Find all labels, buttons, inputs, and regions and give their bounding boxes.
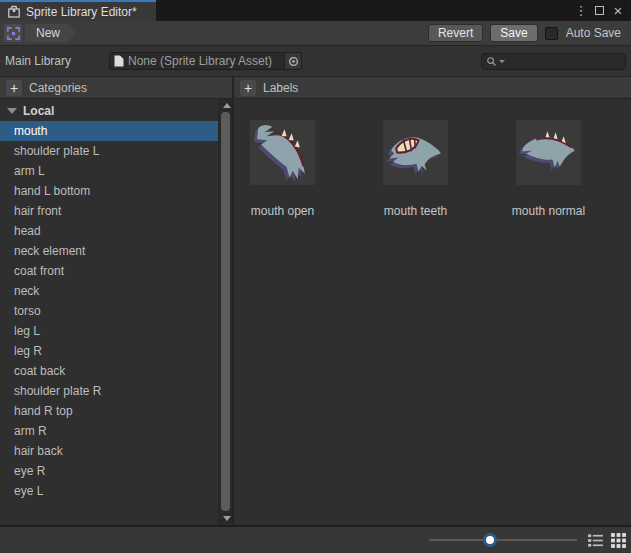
category-row[interactable]: hair back xyxy=(0,441,218,461)
scroll-up-icon[interactable] xyxy=(223,103,231,108)
category-row[interactable]: arm L xyxy=(0,161,218,181)
save-button[interactable]: Save xyxy=(490,24,537,42)
label-item[interactable]: mouth teeth xyxy=(383,120,448,218)
foldout-label: Local xyxy=(23,104,54,118)
bottom-bar xyxy=(0,525,631,553)
object-picker-icon xyxy=(288,56,299,67)
object-picker-button[interactable] xyxy=(284,53,301,69)
category-row[interactable]: arm R xyxy=(0,421,218,441)
grid-view-icon[interactable] xyxy=(610,532,627,549)
label-item[interactable]: mouth normal xyxy=(516,120,581,218)
add-label-button[interactable]: + xyxy=(240,80,256,96)
tab-sprite-library-editor[interactable]: Sprite Library Editor* xyxy=(0,0,156,21)
category-row[interactable]: leg L xyxy=(0,321,218,341)
scroll-down-icon[interactable] xyxy=(223,516,231,521)
categories-list: Local mouth shoulder plate L arm L hand … xyxy=(0,99,218,501)
sprite-thumbnail[interactable] xyxy=(383,120,448,185)
foldout-local[interactable]: Local xyxy=(0,101,218,121)
category-row[interactable]: hand R top xyxy=(0,401,218,421)
category-row[interactable]: head xyxy=(0,221,218,241)
mouth-normal-sprite-image xyxy=(516,120,581,185)
window-controls: ⋮ × xyxy=(574,0,631,21)
toolbar: New Revert Save Auto Save xyxy=(0,21,631,46)
label-grid: mouth open mouth teeth xyxy=(250,120,631,218)
categories-header: + Categories xyxy=(0,77,234,98)
document-icon xyxy=(114,55,124,67)
close-icon[interactable]: × xyxy=(611,4,625,18)
category-row[interactable]: leg R xyxy=(0,341,218,361)
category-row[interactable]: hand L bottom xyxy=(0,181,218,201)
panel-headers: + Categories + Labels xyxy=(0,77,631,99)
add-category-button[interactable]: + xyxy=(6,80,22,96)
categories-panel: Local mouth shoulder plate L arm L hand … xyxy=(0,99,234,525)
category-row[interactable]: coat back xyxy=(0,361,218,381)
labels-header: + Labels xyxy=(234,77,304,98)
foldout-arrow-icon xyxy=(7,108,17,114)
sprite-thumbnail[interactable] xyxy=(516,120,581,185)
category-row[interactable]: neck xyxy=(0,281,218,301)
sprite-library-editor-window: Sprite Library Editor* ⋮ × New Revert Sa… xyxy=(0,0,631,553)
breadcrumb-label: New xyxy=(36,26,60,40)
main-library-label: Main Library xyxy=(5,54,109,68)
mouth-teeth-sprite-image xyxy=(383,120,448,185)
main-library-object-field[interactable]: None (Sprite Library Asset) xyxy=(109,52,302,70)
search-input[interactable] xyxy=(507,55,621,67)
list-view-icon[interactable] xyxy=(587,532,604,549)
categories-header-label: Categories xyxy=(29,81,87,95)
categories-scrollbar[interactable] xyxy=(218,99,232,525)
category-row[interactable]: mouth xyxy=(0,121,218,141)
view-mode-toggle xyxy=(587,532,627,549)
breadcrumb-new[interactable]: New xyxy=(25,24,76,43)
category-row[interactable]: torso xyxy=(0,301,218,321)
revert-button[interactable]: Revert xyxy=(428,24,483,42)
sprite-library-asset-icon xyxy=(4,24,22,42)
category-row[interactable]: eye L xyxy=(0,481,218,501)
label-name: mouth normal xyxy=(512,204,585,218)
maximize-icon[interactable] xyxy=(595,6,604,15)
category-row[interactable]: eye R xyxy=(0,461,218,481)
labels-header-label: Labels xyxy=(263,81,298,95)
label-item[interactable]: mouth open xyxy=(250,120,315,218)
thumbnail-size-slider[interactable] xyxy=(429,533,577,547)
category-row[interactable]: shoulder plate R xyxy=(0,381,218,401)
category-row[interactable]: neck element xyxy=(0,241,218,261)
window-title: Sprite Library Editor* xyxy=(26,5,137,19)
slider-track[interactable] xyxy=(429,539,577,541)
scrollbar-thumb[interactable] xyxy=(221,112,230,511)
search-filter-caret-icon[interactable] xyxy=(499,60,505,63)
auto-save-label: Auto Save xyxy=(566,26,621,40)
category-row[interactable]: coat front xyxy=(0,261,218,281)
label-name: mouth open xyxy=(251,204,314,218)
main-library-row: Main Library None (Sprite Library Asset) xyxy=(0,46,631,77)
search-field[interactable] xyxy=(481,53,626,70)
category-row[interactable]: hair front xyxy=(0,201,218,221)
content-area: Local mouth shoulder plate L arm L hand … xyxy=(0,99,631,525)
category-row[interactable]: shoulder plate L xyxy=(0,141,218,161)
auto-save-checkbox[interactable] xyxy=(545,27,558,40)
title-bar: Sprite Library Editor* ⋮ × xyxy=(0,0,631,21)
slider-thumb[interactable] xyxy=(483,533,497,547)
sprite-thumbnail[interactable] xyxy=(250,120,315,185)
search-icon xyxy=(486,56,497,67)
labels-panel: mouth open mouth teeth xyxy=(234,99,631,525)
label-name: mouth teeth xyxy=(384,204,447,218)
object-field-value: None (Sprite Library Asset) xyxy=(128,54,280,68)
kebab-menu-icon[interactable]: ⋮ xyxy=(574,3,588,18)
sprite-library-window-icon xyxy=(7,5,21,19)
mouth-open-sprite-image xyxy=(250,120,315,185)
toolbar-actions: Revert Save Auto Save xyxy=(428,24,627,42)
